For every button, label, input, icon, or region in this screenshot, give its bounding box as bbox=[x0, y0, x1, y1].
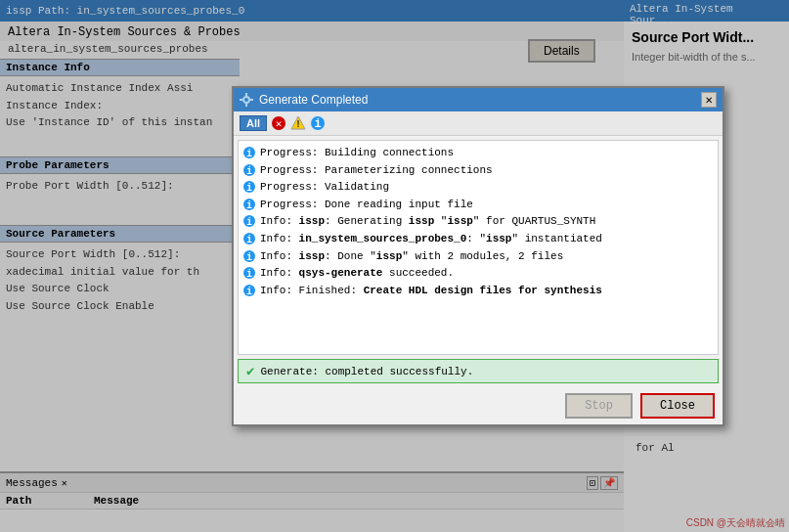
log-text: Info: Finished: Create HDL design files … bbox=[260, 283, 602, 300]
log-line: iInfo: Finished: Create HDL design files… bbox=[242, 283, 714, 300]
svg-text:i: i bbox=[314, 117, 321, 131]
log-info-icon: i bbox=[242, 266, 256, 280]
svg-text:i: i bbox=[246, 217, 252, 228]
svg-text:i: i bbox=[246, 269, 252, 280]
status-text: Generate: completed successfully. bbox=[260, 366, 473, 377]
log-line: iProgress: Done reading input file bbox=[242, 197, 714, 214]
log-line: iInfo: in_system_sources_probes_0: "issp… bbox=[242, 231, 714, 248]
svg-text:!: ! bbox=[295, 119, 301, 130]
dialog-titlebar: Generate Completed ✕ bbox=[234, 88, 723, 111]
dialog-buttons: Stop Close bbox=[234, 387, 723, 424]
svg-rect-4 bbox=[250, 99, 253, 101]
log-text: Progress: Validating bbox=[260, 179, 389, 197]
filter-bar: All ✕ ! i bbox=[234, 111, 723, 136]
log-info-icon: i bbox=[242, 232, 256, 245]
log-info-icon: i bbox=[242, 214, 256, 228]
svg-point-0 bbox=[243, 97, 249, 103]
log-line: iInfo: issp: Done "issp" with 2 modules,… bbox=[242, 248, 714, 266]
log-line: iProgress: Building connections bbox=[242, 145, 714, 162]
svg-text:✕: ✕ bbox=[276, 118, 283, 130]
generate-dialog: Generate Completed ✕ All ✕ ! i bbox=[232, 86, 724, 426]
status-success-icon: ✔ bbox=[246, 363, 254, 379]
log-info-icon: i bbox=[242, 163, 256, 177]
svg-rect-2 bbox=[245, 104, 247, 107]
log-text: Info: qsys-generate succeeded. bbox=[260, 265, 454, 283]
log-info-icon: i bbox=[242, 198, 256, 211]
svg-text:i: i bbox=[246, 235, 252, 245]
status-bar: ✔ Generate: completed successfully. bbox=[238, 359, 719, 383]
svg-text:i: i bbox=[246, 149, 252, 159]
log-line: iInfo: qsys-generate succeeded. bbox=[242, 265, 714, 283]
svg-text:i: i bbox=[246, 287, 252, 297]
log-line: iInfo: issp: Generating issp "issp" for … bbox=[242, 213, 714, 231]
log-text: Info: issp: Generating issp "issp" for Q… bbox=[260, 213, 595, 231]
log-text: Info: in_system_sources_probes_0: "issp"… bbox=[260, 231, 602, 248]
log-info-icon: i bbox=[242, 249, 256, 263]
log-text: Progress: Building connections bbox=[260, 145, 454, 162]
svg-text:i: i bbox=[246, 166, 252, 177]
svg-text:i: i bbox=[246, 200, 252, 211]
log-info-icon: i bbox=[242, 180, 256, 194]
svg-rect-1 bbox=[245, 93, 247, 96]
filter-info-icon[interactable]: i bbox=[310, 115, 326, 131]
gear-icon bbox=[240, 93, 253, 107]
filter-error-icon[interactable]: ✕ bbox=[271, 115, 286, 131]
log-text: Progress: Done reading input file bbox=[260, 197, 473, 214]
log-line: iProgress: Parameterizing connections bbox=[242, 162, 714, 180]
close-button[interactable]: Close bbox=[640, 393, 715, 419]
log-line: iProgress: Validating bbox=[242, 179, 714, 197]
filter-warning-icon[interactable]: ! bbox=[290, 115, 306, 131]
svg-rect-3 bbox=[240, 99, 242, 101]
filter-all-button[interactable]: All bbox=[240, 115, 267, 131]
stop-button[interactable]: Stop bbox=[565, 393, 633, 419]
log-info-icon: i bbox=[242, 146, 256, 159]
log-text: Info: issp: Done "issp" with 2 modules, … bbox=[260, 248, 563, 266]
log-text: Progress: Parameterizing connections bbox=[260, 162, 493, 180]
svg-text:i: i bbox=[246, 183, 252, 194]
dialog-title: Generate Completed bbox=[259, 93, 368, 107]
dialog-close-x-button[interactable]: ✕ bbox=[701, 92, 717, 108]
log-area[interactable]: iProgress: Building connectionsiProgress… bbox=[238, 140, 719, 355]
log-info-icon: i bbox=[242, 284, 256, 297]
svg-text:i: i bbox=[246, 252, 252, 263]
